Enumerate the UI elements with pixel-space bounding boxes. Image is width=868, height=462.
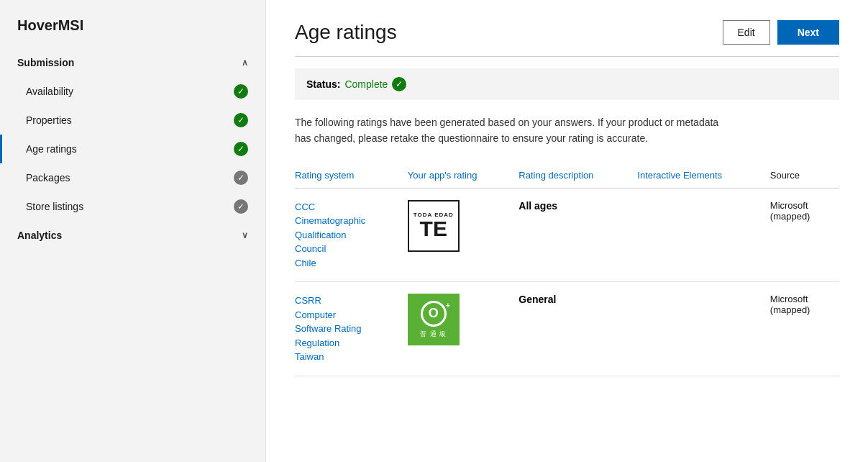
ccc-rating-cell: All ages <box>518 188 637 282</box>
sidebar-item-properties[interactable]: Properties ✓ <box>0 106 265 135</box>
analytics-chevron-icon: ∨ <box>242 230 248 240</box>
col-header-source: Source <box>770 164 839 189</box>
sidebar-item-properties-label: Properties <box>26 114 72 126</box>
csrr-interactive-elements <box>637 282 770 376</box>
analytics-section-header[interactable]: Analytics ∨ <box>0 221 265 250</box>
csrr-system-name: CSRRComputerSoftware RatingRegulationTai… <box>295 282 408 376</box>
properties-check-icon: ✓ <box>234 113 248 127</box>
store-listings-check-icon: ✓ <box>234 199 248 214</box>
sidebar-item-packages[interactable]: Packages ✓ <box>0 163 265 192</box>
submission-section-header[interactable]: Submission ∧ <box>0 48 265 77</box>
ccc-badge-cell: TODA EDAD TE <box>408 188 519 282</box>
sidebar-item-availability[interactable]: Availability ✓ <box>0 77 265 106</box>
header-buttons: Edit Next <box>723 20 839 45</box>
csrr-badge: O + 普 通 級 <box>408 294 460 345</box>
csrr-rating-value: General <box>518 294 556 305</box>
csrr-rating-cell: General <box>518 282 637 376</box>
analytics-section: Analytics ∨ <box>0 221 265 250</box>
submission-chevron-icon: ∧ <box>242 58 248 68</box>
sidebar-item-packages-label: Packages <box>26 172 70 184</box>
sidebar-item-store-listings[interactable]: Store listings ✓ <box>0 192 265 221</box>
status-label: Status: <box>306 78 340 90</box>
page-title: Age ratings <box>295 21 397 44</box>
analytics-label: Analytics <box>17 230 62 241</box>
age-ratings-check-icon: ✓ <box>234 142 248 156</box>
ccc-rating-value: All ages <box>518 200 557 212</box>
status-check-icon: ✓ <box>392 77 406 91</box>
next-button[interactable]: Next <box>777 20 839 45</box>
status-bar: Status: Complete ✓ <box>295 68 839 100</box>
edit-button[interactable]: Edit <box>723 20 770 45</box>
sidebar-item-age-ratings-label: Age ratings <box>26 143 77 155</box>
info-text: The following ratings have been generate… <box>295 114 726 147</box>
table-row: CSRRComputerSoftware RatingRegulationTai… <box>295 282 839 376</box>
submission-label: Submission <box>17 57 74 68</box>
table-row: CCCCinematographicQualificationCouncilCh… <box>295 188 839 282</box>
page-header: Age ratings Edit Next <box>295 20 839 45</box>
sidebar-item-store-listings-label: Store listings <box>26 201 83 212</box>
header-divider <box>295 56 839 57</box>
ccc-interactive-elements <box>637 188 770 282</box>
ccc-source: Microsoft(mapped) <box>770 188 839 282</box>
csrr-source: Microsoft(mapped) <box>770 282 839 376</box>
col-header-your-app-rating: Your app's rating <box>408 164 519 189</box>
ccc-system-name: CCCCinematographicQualificationCouncilCh… <box>295 188 408 282</box>
ratings-table: Rating system Your app's rating Rating d… <box>295 164 839 376</box>
main-content: Age ratings Edit Next Status: Complete ✓… <box>266 0 868 462</box>
sidebar-item-age-ratings[interactable]: Age ratings ✓ <box>0 135 265 163</box>
app-title: HoverMSI <box>0 0 265 48</box>
col-header-interactive-elements: Interactive Elements <box>637 164 770 189</box>
availability-check-icon: ✓ <box>234 84 248 99</box>
submission-section: Submission ∧ Availability ✓ Properties ✓… <box>0 48 265 221</box>
sidebar-item-availability-label: Availability <box>26 86 73 97</box>
csrr-badge-cell: O + 普 通 級 <box>408 282 519 376</box>
ccc-badge: TODA EDAD TE <box>408 200 460 252</box>
col-header-rating-system: Rating system <box>295 164 408 189</box>
sidebar: HoverMSI Submission ∧ Availability ✓ Pro… <box>0 0 266 462</box>
col-header-rating-description: Rating description <box>518 164 637 189</box>
packages-check-icon: ✓ <box>234 171 248 185</box>
status-value: Complete <box>344 78 388 90</box>
